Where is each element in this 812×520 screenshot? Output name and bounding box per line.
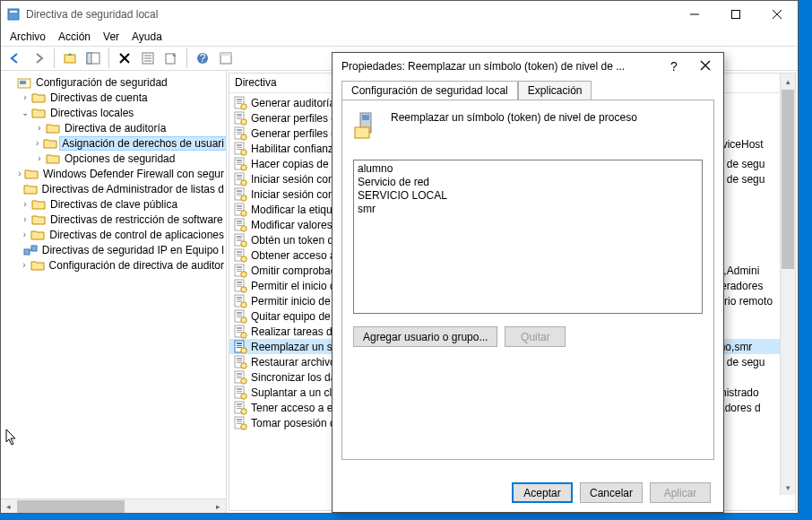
help-button[interactable]: ? bbox=[192, 48, 213, 69]
scroll-right-icon[interactable]: ▸ bbox=[211, 499, 226, 513]
svg-rect-46 bbox=[237, 160, 242, 161]
svg-point-89 bbox=[241, 286, 246, 291]
scroll-down-icon[interactable]: ▾ bbox=[781, 480, 795, 495]
export-button[interactable] bbox=[160, 48, 182, 69]
up-button[interactable] bbox=[59, 48, 81, 69]
cancel-button[interactable]: Cancelar bbox=[580, 482, 643, 503]
maximize-button[interactable] bbox=[715, 1, 756, 28]
svg-rect-47 bbox=[237, 162, 242, 163]
forward-button[interactable] bbox=[28, 48, 49, 69]
svg-rect-131 bbox=[237, 419, 242, 420]
refresh-button[interactable] bbox=[215, 48, 237, 69]
menu-view[interactable]: Ver bbox=[103, 30, 119, 43]
svg-rect-102 bbox=[237, 330, 242, 331]
tree-item-root[interactable]: Configuración de seguridad bbox=[4, 74, 226, 90]
policy-item-icon bbox=[233, 386, 247, 400]
list-vscrollbar[interactable]: ▴ ▾ bbox=[780, 74, 795, 495]
ok-button[interactable]: Aceptar bbox=[512, 482, 573, 503]
svg-point-79 bbox=[241, 256, 246, 261]
apply-button[interactable]: Aplicar bbox=[650, 482, 711, 503]
tree-item-nla[interactable]: Directivas de Administrador de listas d bbox=[4, 181, 226, 196]
properties-button[interactable] bbox=[137, 48, 159, 69]
list-item[interactable]: SERVICIO LOCAL bbox=[358, 189, 698, 203]
svg-rect-62 bbox=[237, 208, 242, 209]
policy-item-icon bbox=[233, 96, 247, 110]
user-list[interactable]: alumno Servicio de red SERVICIO LOCAL sm… bbox=[353, 160, 703, 314]
policy-label: Reemplazar un símbolo (token) de nivel d… bbox=[391, 111, 637, 124]
window-title: Directiva de seguridad local bbox=[26, 8, 674, 21]
svg-rect-19 bbox=[220, 53, 231, 56]
svg-rect-53 bbox=[237, 179, 242, 180]
tabstrip: Configuración de seguridad local Explica… bbox=[333, 80, 723, 100]
tree-item-appctrl[interactable]: ›Directivas de control de aplicaciones bbox=[4, 227, 226, 242]
tree-item-audit[interactable]: ›Directiva de auditoría bbox=[4, 120, 226, 135]
svg-rect-28 bbox=[237, 103, 242, 104]
back-button[interactable] bbox=[4, 48, 26, 69]
expander-icon[interactable]: › bbox=[19, 214, 31, 224]
tree-item-ipsec[interactable]: Directivas de seguridad IP en Equipo l bbox=[4, 242, 226, 257]
expander-icon[interactable]: › bbox=[33, 123, 46, 133]
tree-item-acct[interactable]: ›Directivas de cuenta bbox=[4, 90, 226, 105]
tree-item-swrest[interactable]: ›Directivas de restricción de software bbox=[4, 212, 226, 227]
policy-item-icon bbox=[233, 401, 247, 415]
list-item[interactable]: smr bbox=[358, 203, 698, 216]
tree-label: Directiva de auditoría bbox=[63, 122, 168, 134]
expander-icon[interactable]: ⌄ bbox=[19, 108, 31, 117]
tree-item-firewall[interactable]: ›Windows Defender Firewall con segur bbox=[4, 166, 226, 181]
svg-point-129 bbox=[241, 408, 246, 413]
expander-icon[interactable]: › bbox=[18, 260, 30, 270]
folder-icon bbox=[24, 168, 39, 180]
scroll-up-icon[interactable]: ▴ bbox=[781, 74, 795, 89]
tree-label: Windows Defender Firewall con segur bbox=[41, 168, 226, 180]
svg-rect-107 bbox=[237, 345, 242, 346]
svg-rect-37 bbox=[237, 132, 242, 133]
tree-item-advaudit[interactable]: ›Configuración de directiva de auditor bbox=[4, 257, 226, 273]
tree-label: Directivas de cuenta bbox=[48, 91, 150, 104]
policy-item-icon bbox=[233, 111, 247, 126]
list-item[interactable]: Servicio de red bbox=[358, 176, 698, 189]
scroll-thumb[interactable] bbox=[782, 90, 794, 269]
expander-icon[interactable]: › bbox=[15, 169, 24, 178]
list-item[interactable]: alumno bbox=[358, 162, 698, 176]
menu-file[interactable]: Archivo bbox=[10, 30, 46, 43]
title-bar: Directiva de seguridad local bbox=[1, 1, 798, 28]
dialog-help-button[interactable]: ? bbox=[661, 59, 687, 74]
expander-icon[interactable]: › bbox=[19, 199, 31, 209]
svg-point-34 bbox=[241, 118, 246, 124]
tab-explanation[interactable]: Explicación bbox=[518, 81, 592, 100]
minimize-button[interactable] bbox=[674, 1, 715, 28]
expander-icon[interactable]: › bbox=[33, 153, 46, 163]
svg-rect-0 bbox=[8, 9, 19, 20]
expander-icon[interactable]: › bbox=[31, 138, 43, 148]
remove-button[interactable]: Quitar bbox=[505, 326, 566, 347]
close-button[interactable] bbox=[756, 1, 798, 28]
show-hide-tree-button[interactable] bbox=[82, 48, 104, 69]
policy-item-icon bbox=[233, 126, 247, 141]
menu-action[interactable]: Acción bbox=[58, 30, 91, 43]
svg-point-29 bbox=[241, 103, 246, 108]
tree-item-secopt[interactable]: ›Opciones de seguridad bbox=[4, 151, 226, 166]
dialog-close-button[interactable] bbox=[687, 59, 723, 74]
expander-icon[interactable]: › bbox=[19, 92, 31, 102]
scroll-left-icon[interactable]: ◂ bbox=[1, 499, 16, 513]
tree-item-local[interactable]: ⌄Directivas locales bbox=[4, 105, 226, 120]
svg-point-64 bbox=[241, 210, 246, 215]
scroll-thumb[interactable] bbox=[17, 500, 125, 513]
policy-item-icon bbox=[233, 172, 247, 186]
delete-button[interactable] bbox=[114, 48, 135, 69]
tab-local-security[interactable]: Configuración de seguridad local bbox=[341, 81, 518, 100]
tree-item-rights[interactable]: ›Asignación de derechos de usuari bbox=[4, 135, 226, 151]
policy-item-icon bbox=[233, 233, 247, 247]
expander-icon[interactable]: › bbox=[19, 230, 31, 239]
policy-item-icon bbox=[233, 309, 247, 324]
svg-rect-61 bbox=[237, 205, 242, 207]
folder-icon bbox=[23, 244, 38, 256]
svg-rect-138 bbox=[362, 115, 369, 120]
tree-item-pubkey[interactable]: ›Directivas de clave pública bbox=[4, 196, 226, 212]
svg-point-49 bbox=[241, 164, 246, 169]
folder-icon bbox=[31, 198, 46, 211]
tree-hscrollbar[interactable]: ◂ ▸ bbox=[1, 498, 226, 513]
svg-rect-92 bbox=[237, 299, 242, 300]
menu-help[interactable]: Ayuda bbox=[132, 30, 162, 43]
add-user-button[interactable]: Agregar usuario o grupo... bbox=[353, 326, 497, 347]
